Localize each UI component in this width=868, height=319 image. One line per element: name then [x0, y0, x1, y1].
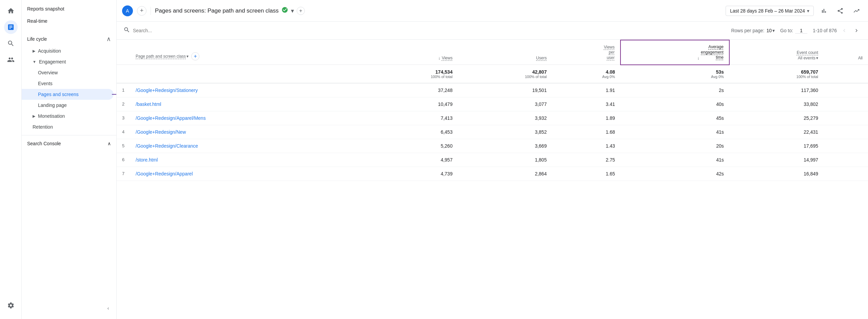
col-views-per-user[interactable]: Views per user	[552, 40, 620, 65]
page-navigation: 1-10 of 876	[813, 26, 861, 35]
add-property-button[interactable]: +	[137, 6, 146, 16]
col-more: All	[824, 40, 868, 65]
search-console-chevron: ∧	[107, 141, 111, 146]
sidebar-item-reports-snapshot[interactable]: Reports snapshot	[22, 3, 116, 15]
rows-dropdown-arrow: ▾	[772, 28, 775, 33]
sidebar-top-items: Reports snapshot Real-time	[22, 0, 116, 30]
search-input[interactable]	[133, 28, 728, 33]
sidebar-item-acquisition[interactable]: ▶ Acquisition	[22, 45, 116, 56]
sidebar-item-realtime[interactable]: Real-time	[22, 15, 116, 27]
col-index	[117, 40, 130, 65]
table-row: 2 /basket.html 10,479 3,077 3.41 40s 33,…	[117, 97, 868, 111]
date-dropdown-arrow: ▾	[807, 8, 809, 14]
prev-page-button[interactable]	[840, 26, 849, 35]
rows-per-page: Rows per page: 10 ▾	[731, 28, 775, 33]
sidebar-search-console: Search Console ∧	[22, 135, 116, 152]
monetisation-arrow: ▶	[33, 114, 35, 118]
user-avatar[interactable]: A	[122, 5, 133, 16]
sidebar-collapse-btn[interactable]: ‹	[103, 303, 114, 314]
sidebar-section-lifecycle: Life cycle ∧ ▶ Acquisition ▼ Engagement …	[22, 33, 116, 132]
audience-icon[interactable]	[4, 53, 18, 67]
title-dropdown-arrow[interactable]: ▾	[291, 7, 294, 15]
table-row: 1 /Google+Redesign/Stationery 37,248 19,…	[117, 83, 868, 97]
col-event-count: Event count All events ▾	[729, 40, 824, 65]
search-reports-icon[interactable]	[4, 37, 18, 50]
sidebar-item-landing-page[interactable]: Landing page	[22, 100, 116, 111]
data-table: Page path and screen class ▾ + ↓ Views	[117, 40, 868, 181]
go-to-input[interactable]	[795, 28, 807, 34]
share-icon[interactable]	[834, 5, 846, 17]
lifecycle-chevron: ∧	[106, 35, 111, 43]
table-row: 5 /Google+Redesign/Clearance 5,260 3,669…	[117, 139, 868, 153]
chart-view-icon[interactable]	[818, 5, 830, 17]
rows-per-page-select[interactable]: 10 ▾	[766, 28, 775, 33]
verified-icon	[281, 6, 288, 15]
analytics-icon[interactable]	[4, 20, 18, 34]
table-row: 3 /Google+Redesign/Apparel/Mens 7,413 3,…	[117, 111, 868, 125]
sidebar-item-engagement[interactable]: ▼ Engagement	[22, 56, 116, 67]
table-row: 6 /store.html 4,957 1,805 2.75 41s 14,99…	[117, 153, 868, 167]
search-options: Rows per page: 10 ▾ Go to: 1-10 of 876	[731, 26, 861, 35]
col-page-path: Page path and screen class ▾ +	[130, 40, 364, 65]
views-sort-icon: ↓	[438, 55, 440, 60]
icon-rail	[0, 0, 22, 319]
sidebar: Reports snapshot Real-time Life cycle ∧ …	[22, 0, 117, 319]
main-content: A + Pages and screens: Page path and scr…	[117, 0, 868, 319]
table-row: 7 /Google+Redesign/Apparel 4,739 2,864 1…	[117, 167, 868, 181]
go-to: Go to:	[780, 28, 807, 34]
acquisition-arrow: ▶	[33, 49, 35, 53]
page-col-arrow: ▾	[186, 54, 189, 59]
table-search-icon	[123, 26, 130, 35]
totals-row: 174,534 100% of total 42,807 100% of tot…	[117, 65, 868, 83]
col-users[interactable]: Users	[458, 40, 552, 65]
page-title: Pages and screens: Page path and screen …	[155, 6, 722, 15]
sidebar-search-console-header[interactable]: Search Console ∧	[22, 138, 116, 149]
event-count-dropdown[interactable]: All events ▾	[798, 56, 818, 60]
engagement-arrow: ▼	[33, 60, 36, 64]
home-icon[interactable]	[4, 4, 18, 18]
col-avg-engagement[interactable]: ↓ Average engagement time	[620, 40, 729, 65]
sidebar-item-pages-screens[interactable]: Pages and screens	[22, 89, 114, 100]
sidebar-item-overview[interactable]: Overview	[22, 67, 116, 78]
add-view-button[interactable]: +	[297, 7, 305, 15]
next-page-button[interactable]	[852, 26, 861, 35]
topbar-right: Last 28 days 28 Feb – 26 Mar 2024 ▾	[726, 5, 863, 17]
sidebar-item-monetisation[interactable]: ▶ Monetisation	[22, 111, 116, 121]
col-views[interactable]: ↓ Views	[364, 40, 458, 65]
date-range-picker[interactable]: Last 28 days 28 Feb – 26 Mar 2024 ▾	[726, 6, 814, 16]
table-row: 4 /Google+Redesign/New 6,453 3,852 1.68 …	[117, 125, 868, 139]
sidebar-lifecycle-header[interactable]: Life cycle ∧	[22, 33, 116, 45]
trending-icon[interactable]	[850, 5, 863, 17]
settings-icon[interactable]	[4, 299, 18, 312]
topbar-divider	[151, 7, 151, 15]
add-column-button[interactable]: +	[191, 52, 199, 60]
sidebar-item-events[interactable]: Events	[22, 78, 116, 89]
engagement-sort-icon: ↓	[697, 55, 700, 60]
sidebar-item-retention[interactable]: Retention	[22, 121, 116, 132]
search-bar: Rows per page: 10 ▾ Go to: 1-10 of 876	[117, 22, 868, 40]
table-area: Rows per page: 10 ▾ Go to: 1-10 of 876	[117, 22, 868, 319]
event-count-arrow: ▾	[816, 56, 818, 60]
topbar: A + Pages and screens: Page path and scr…	[117, 0, 868, 22]
page-col-dropdown[interactable]: Page path and screen class ▾	[136, 54, 189, 59]
pages-annotation-arrow	[110, 91, 117, 98]
